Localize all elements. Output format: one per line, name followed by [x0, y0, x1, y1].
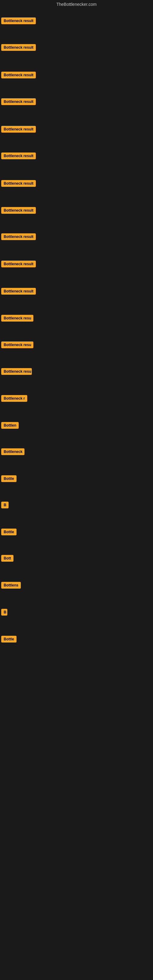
result-row-19: Bottle	[1, 528, 16, 536]
bottleneck-badge-21[interactable]: Bottlens	[1, 582, 21, 589]
result-row-16: Bottleneck	[1, 449, 24, 456]
result-row-12: Bottleneck resu	[1, 342, 33, 350]
result-row-3: Bottleneck result	[1, 98, 36, 106]
result-row-23: Bottle	[1, 636, 16, 644]
result-row-17: Bottle	[1, 475, 16, 483]
result-row-14: Bottleneck r	[1, 395, 27, 403]
bottleneck-badge-13[interactable]: Bottleneck resu	[1, 368, 32, 375]
result-row-21: Bottlens	[1, 582, 21, 590]
result-row-1: Bottleneck result	[1, 44, 36, 52]
result-row-18: B	[1, 502, 9, 510]
bottleneck-badge-2[interactable]: Bottleneck result	[1, 72, 36, 78]
bottleneck-badge-16[interactable]: Bottleneck	[1, 449, 24, 455]
result-row-10: Bottleneck result	[1, 288, 36, 296]
result-row-8: Bottleneck result	[1, 233, 36, 241]
result-row-13: Bottleneck resu	[1, 368, 32, 376]
result-row-20: Bott	[1, 555, 13, 563]
bottleneck-badge-19[interactable]: Bottle	[1, 528, 16, 535]
page-wrapper: TheBottlenecker.com Bottleneck resultBot…	[0, 0, 153, 980]
bottleneck-badge-11[interactable]: Bottleneck resu	[1, 315, 33, 321]
bottleneck-badge-6[interactable]: Bottleneck result	[1, 180, 36, 187]
bottleneck-badge-4[interactable]: Bottleneck result	[1, 126, 36, 133]
result-row-2: Bottleneck result	[1, 72, 36, 80]
result-row-9: Bottleneck result	[1, 261, 36, 269]
bottleneck-badge-22[interactable]: B	[1, 609, 7, 616]
result-row-0: Bottleneck result	[1, 18, 36, 25]
bottleneck-badge-9[interactable]: Bottleneck result	[1, 261, 36, 267]
result-row-7: Bottleneck result	[1, 207, 36, 215]
result-row-6: Bottleneck result	[1, 180, 36, 188]
bottleneck-badge-7[interactable]: Bottleneck result	[1, 207, 36, 214]
result-row-15: Bottlen	[1, 422, 19, 430]
bottleneck-badge-17[interactable]: Bottle	[1, 475, 16, 482]
bottleneck-badge-20[interactable]: Bott	[1, 555, 13, 562]
bottleneck-badge-0[interactable]: Bottleneck result	[1, 18, 36, 24]
bottleneck-badge-5[interactable]: Bottleneck result	[1, 153, 36, 159]
site-title: TheBottlenecker.com	[0, 0, 153, 10]
bottleneck-badge-12[interactable]: Bottleneck resu	[1, 342, 33, 348]
bottleneck-badge-23[interactable]: Bottle	[1, 636, 16, 643]
bottleneck-badge-3[interactable]: Bottleneck result	[1, 98, 36, 105]
bottleneck-badge-15[interactable]: Bottlen	[1, 422, 19, 429]
bottleneck-badge-8[interactable]: Bottleneck result	[1, 233, 36, 240]
result-row-11: Bottleneck resu	[1, 315, 33, 323]
bottleneck-badge-18[interactable]: B	[1, 502, 9, 508]
result-row-5: Bottleneck result	[1, 153, 36, 161]
bottleneck-badge-10[interactable]: Bottleneck result	[1, 288, 36, 294]
result-row-22: B	[1, 609, 7, 617]
bottleneck-badge-1[interactable]: Bottleneck result	[1, 44, 36, 51]
result-row-4: Bottleneck result	[1, 126, 36, 134]
bottleneck-badge-14[interactable]: Bottleneck r	[1, 395, 27, 402]
